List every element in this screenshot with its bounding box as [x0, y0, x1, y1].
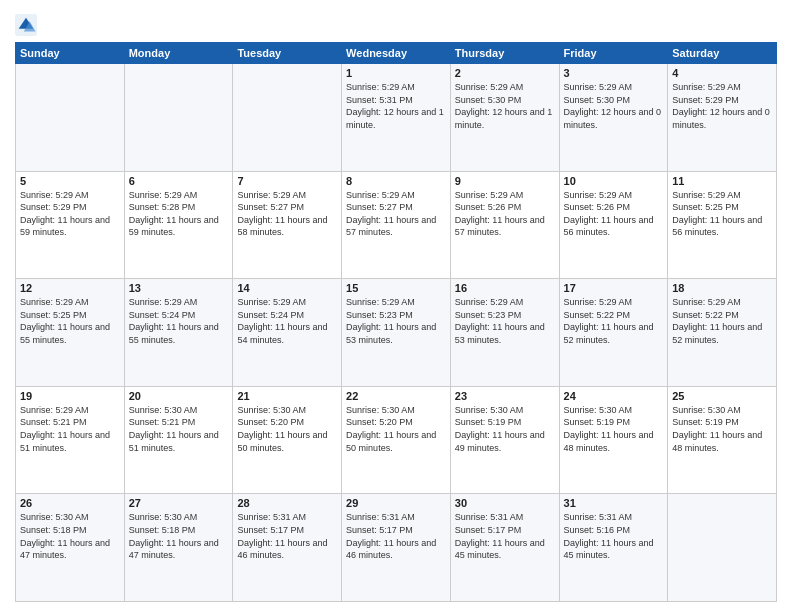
week-row-1: 1Sunrise: 5:29 AMSunset: 5:31 PMDaylight…	[16, 64, 777, 172]
calendar-cell: 25Sunrise: 5:30 AMSunset: 5:19 PMDayligh…	[668, 386, 777, 494]
cell-day-number: 5	[20, 175, 120, 187]
calendar-header: SundayMondayTuesdayWednesdayThursdayFrid…	[16, 43, 777, 64]
calendar-cell: 20Sunrise: 5:30 AMSunset: 5:21 PMDayligh…	[124, 386, 233, 494]
calendar-cell: 5Sunrise: 5:29 AMSunset: 5:29 PMDaylight…	[16, 171, 125, 279]
calendar-cell: 16Sunrise: 5:29 AMSunset: 5:23 PMDayligh…	[450, 279, 559, 387]
cell-sun-info: Sunrise: 5:29 AMSunset: 5:22 PMDaylight:…	[564, 296, 664, 346]
calendar-cell: 3Sunrise: 5:29 AMSunset: 5:30 PMDaylight…	[559, 64, 668, 172]
day-header-saturday: Saturday	[668, 43, 777, 64]
calendar-cell: 19Sunrise: 5:29 AMSunset: 5:21 PMDayligh…	[16, 386, 125, 494]
day-header-sunday: Sunday	[16, 43, 125, 64]
cell-sun-info: Sunrise: 5:29 AMSunset: 5:24 PMDaylight:…	[129, 296, 229, 346]
calendar-cell: 24Sunrise: 5:30 AMSunset: 5:19 PMDayligh…	[559, 386, 668, 494]
day-header-tuesday: Tuesday	[233, 43, 342, 64]
cell-day-number: 1	[346, 67, 446, 79]
cell-sun-info: Sunrise: 5:29 AMSunset: 5:24 PMDaylight:…	[237, 296, 337, 346]
cell-day-number: 20	[129, 390, 229, 402]
cell-day-number: 29	[346, 497, 446, 509]
cell-day-number: 25	[672, 390, 772, 402]
cell-day-number: 8	[346, 175, 446, 187]
calendar-cell	[233, 64, 342, 172]
calendar-cell: 22Sunrise: 5:30 AMSunset: 5:20 PMDayligh…	[342, 386, 451, 494]
cell-sun-info: Sunrise: 5:29 AMSunset: 5:29 PMDaylight:…	[672, 81, 772, 131]
cell-sun-info: Sunrise: 5:29 AMSunset: 5:28 PMDaylight:…	[129, 189, 229, 239]
cell-sun-info: Sunrise: 5:31 AMSunset: 5:17 PMDaylight:…	[455, 511, 555, 561]
cell-day-number: 11	[672, 175, 772, 187]
cell-sun-info: Sunrise: 5:29 AMSunset: 5:27 PMDaylight:…	[237, 189, 337, 239]
cell-day-number: 6	[129, 175, 229, 187]
cell-sun-info: Sunrise: 5:30 AMSunset: 5:19 PMDaylight:…	[455, 404, 555, 454]
week-row-2: 5Sunrise: 5:29 AMSunset: 5:29 PMDaylight…	[16, 171, 777, 279]
cell-day-number: 22	[346, 390, 446, 402]
cell-day-number: 2	[455, 67, 555, 79]
day-header-monday: Monday	[124, 43, 233, 64]
cell-day-number: 31	[564, 497, 664, 509]
calendar-cell: 13Sunrise: 5:29 AMSunset: 5:24 PMDayligh…	[124, 279, 233, 387]
calendar-body: 1Sunrise: 5:29 AMSunset: 5:31 PMDaylight…	[16, 64, 777, 602]
cell-day-number: 12	[20, 282, 120, 294]
week-row-5: 26Sunrise: 5:30 AMSunset: 5:18 PMDayligh…	[16, 494, 777, 602]
calendar-cell: 7Sunrise: 5:29 AMSunset: 5:27 PMDaylight…	[233, 171, 342, 279]
cell-day-number: 19	[20, 390, 120, 402]
calendar-cell: 21Sunrise: 5:30 AMSunset: 5:20 PMDayligh…	[233, 386, 342, 494]
cell-day-number: 10	[564, 175, 664, 187]
cell-sun-info: Sunrise: 5:29 AMSunset: 5:23 PMDaylight:…	[455, 296, 555, 346]
calendar-cell: 27Sunrise: 5:30 AMSunset: 5:18 PMDayligh…	[124, 494, 233, 602]
cell-day-number: 24	[564, 390, 664, 402]
cell-sun-info: Sunrise: 5:29 AMSunset: 5:26 PMDaylight:…	[564, 189, 664, 239]
calendar-cell: 14Sunrise: 5:29 AMSunset: 5:24 PMDayligh…	[233, 279, 342, 387]
calendar-cell: 9Sunrise: 5:29 AMSunset: 5:26 PMDaylight…	[450, 171, 559, 279]
cell-sun-info: Sunrise: 5:30 AMSunset: 5:20 PMDaylight:…	[237, 404, 337, 454]
day-header-thursday: Thursday	[450, 43, 559, 64]
cell-sun-info: Sunrise: 5:31 AMSunset: 5:17 PMDaylight:…	[237, 511, 337, 561]
cell-day-number: 15	[346, 282, 446, 294]
cell-day-number: 7	[237, 175, 337, 187]
calendar-cell: 23Sunrise: 5:30 AMSunset: 5:19 PMDayligh…	[450, 386, 559, 494]
week-row-4: 19Sunrise: 5:29 AMSunset: 5:21 PMDayligh…	[16, 386, 777, 494]
cell-sun-info: Sunrise: 5:30 AMSunset: 5:19 PMDaylight:…	[672, 404, 772, 454]
cell-sun-info: Sunrise: 5:29 AMSunset: 5:21 PMDaylight:…	[20, 404, 120, 454]
cell-day-number: 23	[455, 390, 555, 402]
cell-sun-info: Sunrise: 5:30 AMSunset: 5:19 PMDaylight:…	[564, 404, 664, 454]
cell-day-number: 16	[455, 282, 555, 294]
cell-sun-info: Sunrise: 5:29 AMSunset: 5:25 PMDaylight:…	[672, 189, 772, 239]
logo	[15, 14, 41, 36]
calendar-cell: 4Sunrise: 5:29 AMSunset: 5:29 PMDaylight…	[668, 64, 777, 172]
calendar-cell	[16, 64, 125, 172]
cell-sun-info: Sunrise: 5:30 AMSunset: 5:21 PMDaylight:…	[129, 404, 229, 454]
calendar-cell: 17Sunrise: 5:29 AMSunset: 5:22 PMDayligh…	[559, 279, 668, 387]
cell-sun-info: Sunrise: 5:30 AMSunset: 5:18 PMDaylight:…	[129, 511, 229, 561]
cell-day-number: 13	[129, 282, 229, 294]
calendar-cell: 29Sunrise: 5:31 AMSunset: 5:17 PMDayligh…	[342, 494, 451, 602]
cell-day-number: 3	[564, 67, 664, 79]
calendar-cell	[668, 494, 777, 602]
calendar-cell: 31Sunrise: 5:31 AMSunset: 5:16 PMDayligh…	[559, 494, 668, 602]
cell-sun-info: Sunrise: 5:31 AMSunset: 5:16 PMDaylight:…	[564, 511, 664, 561]
cell-day-number: 21	[237, 390, 337, 402]
cell-day-number: 4	[672, 67, 772, 79]
calendar-cell: 1Sunrise: 5:29 AMSunset: 5:31 PMDaylight…	[342, 64, 451, 172]
cell-day-number: 26	[20, 497, 120, 509]
calendar-cell: 28Sunrise: 5:31 AMSunset: 5:17 PMDayligh…	[233, 494, 342, 602]
cell-sun-info: Sunrise: 5:29 AMSunset: 5:29 PMDaylight:…	[20, 189, 120, 239]
cell-day-number: 17	[564, 282, 664, 294]
logo-icon	[15, 14, 37, 36]
cell-sun-info: Sunrise: 5:30 AMSunset: 5:18 PMDaylight:…	[20, 511, 120, 561]
calendar-cell: 15Sunrise: 5:29 AMSunset: 5:23 PMDayligh…	[342, 279, 451, 387]
cell-day-number: 18	[672, 282, 772, 294]
cell-day-number: 30	[455, 497, 555, 509]
cell-sun-info: Sunrise: 5:29 AMSunset: 5:30 PMDaylight:…	[564, 81, 664, 131]
calendar-cell: 11Sunrise: 5:29 AMSunset: 5:25 PMDayligh…	[668, 171, 777, 279]
cell-sun-info: Sunrise: 5:29 AMSunset: 5:27 PMDaylight:…	[346, 189, 446, 239]
cell-day-number: 9	[455, 175, 555, 187]
header	[15, 10, 777, 36]
calendar-cell: 6Sunrise: 5:29 AMSunset: 5:28 PMDaylight…	[124, 171, 233, 279]
cell-sun-info: Sunrise: 5:29 AMSunset: 5:23 PMDaylight:…	[346, 296, 446, 346]
calendar: SundayMondayTuesdayWednesdayThursdayFrid…	[15, 42, 777, 602]
cell-day-number: 27	[129, 497, 229, 509]
cell-sun-info: Sunrise: 5:31 AMSunset: 5:17 PMDaylight:…	[346, 511, 446, 561]
day-header-friday: Friday	[559, 43, 668, 64]
cell-sun-info: Sunrise: 5:29 AMSunset: 5:26 PMDaylight:…	[455, 189, 555, 239]
calendar-cell: 26Sunrise: 5:30 AMSunset: 5:18 PMDayligh…	[16, 494, 125, 602]
cell-day-number: 14	[237, 282, 337, 294]
